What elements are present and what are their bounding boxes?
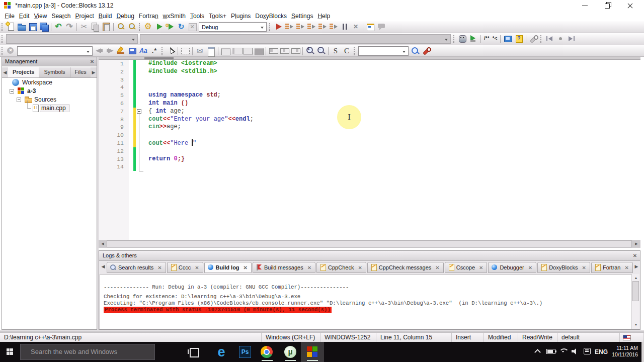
panel-icon[interactable] xyxy=(220,46,230,56)
paste-icon[interactable] xyxy=(101,22,111,32)
menu-debug[interactable]: Debug xyxy=(114,11,136,21)
code-editor[interactable]: 1234567891011121314 #include <iostream>#… xyxy=(99,60,640,240)
copy-icon[interactable] xyxy=(90,22,100,32)
close-button[interactable] xyxy=(619,0,641,11)
doxyhead-icon[interactable] xyxy=(457,34,467,44)
tab-close-icon[interactable]: ✕ xyxy=(528,265,532,270)
menu-view[interactable]: View xyxy=(32,11,49,21)
tray-chevron-up-icon[interactable] xyxy=(534,348,540,354)
open-icon[interactable] xyxy=(17,22,27,32)
log-tab-cppcheck[interactable]: CppCheck✕ xyxy=(316,262,366,273)
language-indicator[interactable]: ENG xyxy=(595,348,608,355)
buildrun-icon[interactable] xyxy=(165,22,175,32)
tab-close-icon[interactable]: ✕ xyxy=(435,265,439,270)
management-close-icon[interactable]: ✕ xyxy=(89,58,96,65)
debug-combobox[interactable]: Debug xyxy=(199,22,267,32)
panel-icon[interactable] xyxy=(231,46,242,56)
show-desktop-button[interactable] xyxy=(641,342,644,362)
doxyblocks-comment-block-icon[interactable]: /** xyxy=(483,34,491,44)
tabs-scroll-right-icon[interactable]: ▶ xyxy=(91,67,97,77)
tab-close-icon[interactable]: ✕ xyxy=(157,265,162,270)
menu-help[interactable]: Help xyxy=(315,11,333,21)
bar-icon[interactable] xyxy=(268,46,278,56)
marker2-icon[interactable] xyxy=(127,46,137,56)
edge-icon[interactable]: e xyxy=(215,346,227,358)
utorrent-icon[interactable]: µ xyxy=(284,346,296,358)
expander-icon[interactable] xyxy=(17,98,21,102)
menu-tools[interactable]: Tools xyxy=(188,11,206,21)
notification-icon[interactable] xyxy=(584,348,591,354)
log-vscrollbar[interactable]: ▲ ▼ xyxy=(631,274,639,329)
tree-item-Workspace[interactable]: Workspace xyxy=(2,78,97,87)
fwd-icon[interactable] xyxy=(105,46,115,56)
menu-fortran[interactable]: Fortran xyxy=(136,11,160,21)
menu-plugins[interactable]: Plugins xyxy=(228,11,253,21)
rect-icon[interactable] xyxy=(180,46,190,56)
tab-close-icon[interactable]: ✕ xyxy=(307,265,311,270)
log-tab-doxyblocks[interactable]: DoxyBlocks✕ xyxy=(537,262,590,273)
combobox[interactable] xyxy=(6,34,138,44)
menu-project[interactable]: Project xyxy=(73,11,96,21)
new-icon[interactable] xyxy=(6,22,16,32)
hscroll-thumb[interactable] xyxy=(107,240,632,247)
highlight-icon[interactable] xyxy=(116,46,126,56)
rebuild-icon[interactable]: ↻ xyxy=(176,22,186,32)
step-icon[interactable] xyxy=(295,22,305,32)
tab-close-icon[interactable]: ✕ xyxy=(582,265,586,270)
wxsmith-C-icon[interactable]: C xyxy=(342,46,352,56)
redo-icon[interactable]: ↷ xyxy=(64,22,74,32)
zoomout-icon[interactable]: − xyxy=(316,46,326,56)
step-icon[interactable] xyxy=(329,22,339,32)
codeblocks-icon[interactable] xyxy=(306,346,318,358)
log-tab-cppcheck-messages[interactable]: CppCheck messages✕ xyxy=(367,262,444,273)
log-tab-search-results[interactable]: Search results✕ xyxy=(107,262,166,273)
clock[interactable]: 11:11 AM10/11/2016 xyxy=(610,345,638,358)
doxview-icon[interactable] xyxy=(503,34,513,44)
menu-build[interactable]: Build xyxy=(96,11,114,21)
stop-icon[interactable] xyxy=(351,22,361,32)
hscroll-left-icon[interactable]: ◀ xyxy=(99,240,107,248)
tree-item-maincpp[interactable]: main.cpp xyxy=(2,104,97,113)
panel-icon[interactable] xyxy=(254,46,264,56)
restore-button[interactable] xyxy=(596,0,619,11)
run-icon[interactable] xyxy=(154,22,164,32)
combobox[interactable] xyxy=(358,46,409,56)
tree-item-a3[interactable]: a-3 xyxy=(2,87,97,96)
jumpback-icon[interactable] xyxy=(544,34,554,44)
menu-file[interactable]: File xyxy=(3,11,17,21)
bar-icon[interactable] xyxy=(290,46,300,56)
wrenchred-icon[interactable] xyxy=(421,46,431,56)
pause-icon[interactable] xyxy=(340,22,350,32)
panel-icon[interactable] xyxy=(243,46,253,56)
log-tab-cccc[interactable]: Cccc✕ xyxy=(167,262,203,273)
editor-hscrollbar[interactable]: ◀ ▶ xyxy=(99,240,640,248)
vscroll-down-icon[interactable]: ▼ xyxy=(632,321,640,329)
saveall-icon[interactable] xyxy=(39,22,49,32)
env-icon[interactable]: ✉ xyxy=(195,46,205,56)
tabs-scroll-left-icon[interactable]: ◀ xyxy=(2,67,8,77)
menu-tools[interactable]: Tools+ xyxy=(206,11,228,21)
tab-close-icon[interactable]: ✕ xyxy=(479,265,483,270)
tree-item-Sources[interactable]: Sources xyxy=(2,96,97,104)
task-view-icon[interactable] xyxy=(188,346,200,358)
wrench-icon[interactable] xyxy=(528,34,538,44)
volume-icon[interactable] xyxy=(572,348,580,354)
tab-close-icon[interactable]: ✕ xyxy=(195,265,199,270)
clear-icon[interactable] xyxy=(6,46,16,56)
management-tab-projects[interactable]: Projects xyxy=(8,67,39,77)
management-tab-files[interactable]: Files xyxy=(70,67,92,77)
log-tab-fortran[interactable]: Fortran✕ xyxy=(591,262,633,273)
wxsmith-S-icon[interactable]: S xyxy=(331,46,341,56)
logs-close-icon[interactable]: ✕ xyxy=(631,252,638,259)
start-button[interactable] xyxy=(0,342,20,362)
step-icon[interactable] xyxy=(284,22,294,32)
dbgwin-icon[interactable] xyxy=(365,22,375,32)
logs-scroll-right-icon[interactable]: ▶ xyxy=(633,261,639,272)
build-icon[interactable]: ⚙ xyxy=(143,22,153,32)
step-icon[interactable] xyxy=(306,22,316,32)
save-icon[interactable] xyxy=(28,22,38,32)
doxyrun-icon[interactable] xyxy=(468,34,478,44)
searchplus-icon[interactable] xyxy=(410,46,420,56)
menu-doxyblocks[interactable]: DoxyBlocks xyxy=(253,11,289,21)
matchcase-icon[interactable]: Aa xyxy=(138,46,148,56)
